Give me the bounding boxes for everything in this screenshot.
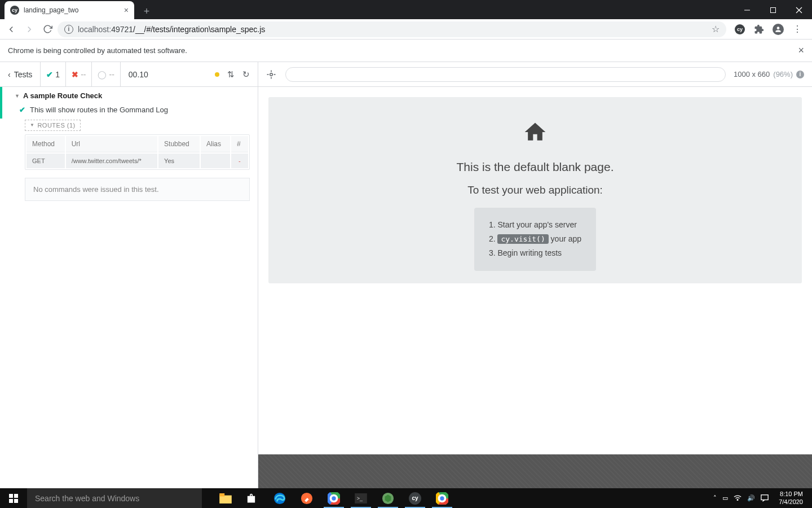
cypress-favicon-icon: cy	[10, 6, 19, 15]
svg-point-21	[332, 496, 336, 500]
x-icon: ✖	[72, 70, 78, 79]
viewport-dimensions: 1000 x 660	[734, 70, 770, 78]
aut-footer	[258, 454, 812, 488]
th-stubbed: Stubbed	[158, 136, 200, 152]
stat-passed: ✔1	[41, 62, 66, 86]
aut-header: 1000 x 660 (96%) i	[258, 62, 812, 87]
wifi-icon[interactable]	[734, 494, 742, 502]
chrome-icon[interactable]	[320, 488, 347, 508]
svg-point-33	[737, 499, 738, 500]
routes-badge[interactable]: ▼ ROUTES (1)	[25, 120, 81, 131]
info-icon: i	[796, 71, 804, 78]
svg-rect-12	[14, 499, 18, 503]
forward-button[interactable]	[21, 21, 37, 37]
browser-menu-icon[interactable]: ⋮	[788, 21, 806, 37]
blank-page-subtitle: To test your web application:	[467, 184, 603, 196]
check-icon: ✔	[19, 106, 25, 114]
svg-point-4	[270, 73, 273, 76]
blank-page-title: This is the default blank page.	[456, 160, 614, 174]
tray-icons: ˄ ▭ 🔊	[713, 494, 769, 503]
file-explorer-icon[interactable]	[212, 488, 239, 508]
routes-table: Method Url Stubbed Alias # GET /www.twit…	[25, 134, 250, 170]
new-tab-button[interactable]: +	[139, 3, 155, 19]
action-center-icon[interactable]	[761, 494, 769, 503]
taskbar-search[interactable]: Search the web and Windows	[27, 488, 202, 508]
test-stats: ✔1 ✖-- ◯--	[41, 62, 120, 86]
step-3: 3. Begin writing tests	[489, 246, 581, 260]
selector-playground-button[interactable]	[266, 69, 277, 80]
check-icon: ✔	[46, 70, 53, 79]
svg-rect-14	[219, 493, 224, 496]
blank-page: This is the default blank page. To test …	[268, 97, 802, 283]
site-info-icon[interactable]: i	[64, 25, 73, 34]
close-window-button[interactable]	[786, 1, 812, 19]
tests-back-button[interactable]: ‹ Tests	[0, 62, 41, 86]
terminal-icon[interactable]: >_	[347, 488, 374, 508]
volume-icon[interactable]: 🔊	[747, 494, 755, 502]
svg-rect-1	[771, 8, 776, 13]
browser-tab[interactable]: cy landing_page_two ×	[5, 1, 134, 19]
td-hash: -	[231, 154, 248, 168]
back-button[interactable]	[3, 21, 19, 37]
rerun-button[interactable]: ↻	[242, 69, 250, 80]
snapshot-indicator-icon	[215, 72, 219, 77]
th-method: Method	[27, 136, 65, 152]
svg-rect-34	[761, 494, 768, 500]
command-area: ▼ ROUTES (1) Method Url Stubbed Alias # …	[25, 119, 250, 201]
describe-block[interactable]: ▼ A sample Route Check	[0, 87, 258, 103]
no-commands-message: No commands were issued in this test.	[25, 178, 250, 201]
maximize-button[interactable]	[760, 1, 786, 19]
info-bar-close-button[interactable]: ×	[798, 45, 804, 56]
node-icon[interactable]	[374, 488, 401, 508]
td-url: /www.twitter.com/tweets/*	[66, 154, 157, 168]
url-bar[interactable]: i localhost:49721/__/#/tests/integration…	[58, 21, 726, 37]
svg-text:>_: >_	[357, 495, 363, 501]
tray-chevron-up-icon[interactable]: ˄	[713, 494, 717, 502]
stat-failed: ✖--	[66, 62, 92, 86]
clock-time: 8:10 PM	[779, 491, 803, 498]
edge-icon[interactable]	[266, 488, 293, 508]
cypress-extension-icon[interactable]: cy	[731, 21, 749, 37]
automation-info-bar: Chrome is being controlled by automated …	[0, 40, 812, 62]
bookmark-star-icon[interactable]: ☆	[712, 24, 720, 34]
steps-box: 1. Start your app's server 2. cy.visit()…	[474, 208, 596, 271]
clock-date: 7/4/2020	[779, 498, 803, 506]
minimize-button[interactable]	[734, 1, 760, 19]
chevron-left-icon: ‹	[8, 70, 11, 79]
cypress-app-icon[interactable]: cy	[401, 488, 429, 508]
search-placeholder: Search the web and Windows	[35, 494, 139, 503]
td-stubbed: Yes	[158, 154, 200, 168]
td-method: GET	[27, 154, 65, 168]
aut-panel: 1000 x 660 (96%) i This is the default b…	[258, 62, 812, 488]
test-duration: 00.10	[121, 70, 156, 79]
chrome-icon-2[interactable]	[429, 488, 456, 508]
it-block[interactable]: ✔ This will show routes in the Gommand L…	[0, 103, 258, 119]
stat-pending: ◯--	[92, 62, 120, 86]
svg-point-31	[440, 496, 444, 500]
svg-rect-11	[9, 499, 13, 503]
table-row[interactable]: GET /www.twitter.com/tweets/* Yes -	[27, 154, 248, 168]
aut-url-input[interactable]	[285, 67, 726, 82]
extensions-icon[interactable]	[750, 21, 768, 37]
start-button[interactable]	[0, 488, 27, 508]
svg-rect-9	[9, 494, 13, 498]
browser-tab-bar: cy landing_page_two × +	[0, 0, 812, 19]
battery-icon[interactable]: ▭	[722, 494, 728, 502]
step-1: 1. Start your app's server	[489, 218, 581, 232]
taskbar-apps: >_ cy	[212, 488, 456, 508]
th-alias: Alias	[201, 136, 230, 152]
viewport-scale: (96%)	[773, 70, 793, 78]
profile-avatar-icon[interactable]	[769, 21, 787, 37]
command-log-header: ‹ Tests ✔1 ✖-- ◯-- 00.10 ⇅ ↻	[0, 62, 258, 87]
reload-button[interactable]	[39, 21, 55, 37]
store-icon[interactable]	[239, 488, 266, 508]
browser-nav-bar: i localhost:49721/__/#/tests/integration…	[0, 19, 812, 40]
caret-down-icon: ▼	[30, 122, 34, 128]
tab-close-button[interactable]: ×	[124, 6, 129, 15]
system-tray: ˄ ▭ 🔊 8:10 PM 7/4/2020	[709, 491, 812, 505]
viewport-info[interactable]: 1000 x 660 (96%) i	[734, 70, 804, 78]
taskbar-clock[interactable]: 8:10 PM 7/4/2020	[774, 491, 807, 505]
auto-scroll-icon[interactable]: ⇅	[227, 69, 235, 80]
tests-label: Tests	[14, 70, 33, 79]
postman-icon[interactable]	[293, 488, 320, 508]
